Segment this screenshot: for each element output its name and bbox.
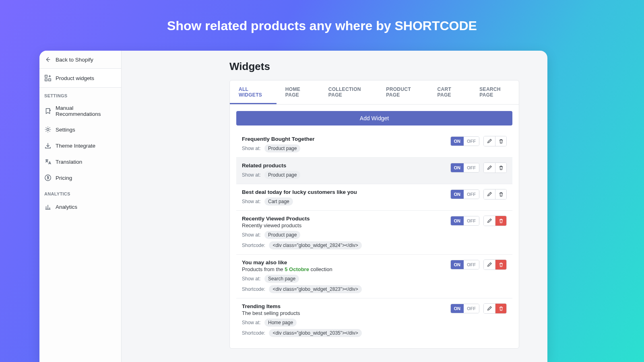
widget-shortcode: Shortcode: <div class="globo_widget_2823… <box>242 285 446 293</box>
back-label: Back to Shopify <box>56 57 93 63</box>
tabs: ALL WIDGETSHOME PAGECOLLECTION PAGEPRODU… <box>230 80 519 105</box>
on-off-toggle[interactable]: ONOFF <box>450 136 480 146</box>
edit-delete-group <box>483 136 507 146</box>
on-off-toggle[interactable]: ONOFF <box>450 189 480 199</box>
add-widget-button[interactable]: Add Widget <box>236 111 512 125</box>
edit-button[interactable] <box>484 189 495 199</box>
widget-controls: ONOFF <box>450 189 507 200</box>
sidebar-item-label: Pricing <box>56 175 72 181</box>
edit-delete-group <box>483 162 507 173</box>
sidebar-item-label: Product widgets <box>56 75 94 81</box>
sidebar-item-manual[interactable]: Manual Recommendations <box>39 101 121 121</box>
widget-controls: ONOFF <box>450 259 507 270</box>
on-off-toggle[interactable]: ONOFF <box>450 260 480 269</box>
sidebar-item-settings[interactable]: Settings <box>39 121 121 138</box>
widget-controls: ONOFF <box>450 216 507 226</box>
edit-button[interactable] <box>484 304 495 313</box>
svg-rect-0 <box>45 75 47 77</box>
widget-show-at: Show at: Cart page <box>242 197 446 206</box>
on-off-toggle[interactable]: ONOFF <box>450 216 480 226</box>
widget-show-at: Show at: Product page <box>242 144 446 152</box>
tab-home-page[interactable]: HOME PAGE <box>277 80 320 104</box>
delete-button[interactable] <box>495 216 506 226</box>
widget-controls: ONOFF <box>450 162 507 173</box>
promo-banner: Show related products any where by SHORT… <box>0 0 644 45</box>
sidebar-item-label: Theme Integrate <box>56 143 95 149</box>
delete-button[interactable] <box>495 304 506 313</box>
edit-button[interactable] <box>484 216 495 226</box>
widget-shortcode: Shortcode: <div class="globo_widget_2824… <box>242 241 446 249</box>
edit-delete-group <box>483 303 507 314</box>
sidebar-item-translation[interactable]: Translation <box>39 154 121 170</box>
widget-title: You may also like <box>242 259 446 265</box>
app-window: Back to Shopify Product widgets SETTINGS… <box>39 51 547 362</box>
tab-all-widgets[interactable]: ALL WIDGETS <box>230 80 277 104</box>
sidebar-item-label: Translation <box>56 159 82 165</box>
widget-show-at: Show at: Product page <box>242 231 446 239</box>
widget-title: Best deal today for lucky customers like… <box>242 189 446 195</box>
widget-show-at: Show at: Product page <box>242 171 446 179</box>
widget-controls: ONOFF <box>450 136 507 146</box>
edit-button[interactable] <box>484 260 495 269</box>
sidebar-item-label: Manual Recommendations <box>56 105 116 117</box>
widget-row[interactable]: Related productsShow at: Product pageONO… <box>236 158 512 184</box>
edit-button[interactable] <box>484 163 495 173</box>
sidebar-item-label: Analytics <box>56 204 77 210</box>
sidebar: Back to Shopify Product widgets SETTINGS… <box>39 51 122 362</box>
widget-row[interactable]: Best deal today for lucky customers like… <box>236 184 512 211</box>
edit-button[interactable] <box>484 136 495 146</box>
edit-delete-group <box>483 189 507 200</box>
widget-row[interactable]: Trending ItemsThe best selling productsS… <box>236 298 512 342</box>
bookmark-icon <box>44 107 52 115</box>
on-off-toggle[interactable]: ONOFF <box>450 304 480 313</box>
widget-row[interactable]: Frequently Bought TogetherShow at: Produ… <box>236 131 512 158</box>
widget-title: Recently Viewed Products <box>242 216 446 222</box>
edit-delete-group <box>483 259 507 270</box>
sidebar-section-analytics: ANALYTICS <box>39 186 121 199</box>
main-content: Widgets ALL WIDGETSHOME PAGECOLLECTION P… <box>122 51 547 362</box>
tab-search-page[interactable]: SEARCH PAGE <box>471 80 519 104</box>
widget-shortcode: Shortcode: <div class="globo_widget_2035… <box>242 329 446 337</box>
back-to-shopify[interactable]: Back to Shopify <box>39 51 121 69</box>
download-icon <box>44 142 52 149</box>
page-title: Widgets <box>229 60 547 73</box>
sidebar-section-settings: SETTINGS <box>39 88 121 101</box>
widget-title: Frequently Bought Together <box>242 136 446 142</box>
delete-button[interactable] <box>495 260 506 269</box>
widgets-card: ALL WIDGETSHOME PAGECOLLECTION PAGEPRODU… <box>229 80 519 349</box>
tab-product-page[interactable]: PRODUCT PAGE <box>377 80 428 104</box>
arrow-left-icon <box>44 56 52 63</box>
sidebar-item-analytics[interactable]: Analytics <box>39 199 121 215</box>
widget-controls: ONOFF <box>450 303 507 314</box>
svg-rect-2 <box>49 79 51 81</box>
widget-title: Trending Items <box>242 303 446 309</box>
tab-cart-page[interactable]: CART PAGE <box>429 80 471 104</box>
gear-icon <box>44 126 52 133</box>
svg-rect-1 <box>45 79 47 81</box>
sidebar-item-theme[interactable]: Theme Integrate <box>39 138 121 154</box>
widget-subtitle: The best selling products <box>242 310 446 316</box>
grid-plus-icon <box>44 74 52 82</box>
delete-button[interactable] <box>495 163 506 173</box>
sidebar-item-label: Settings <box>56 127 75 133</box>
widget-row[interactable]: You may also likeProducts from the 5 Oct… <box>236 255 512 298</box>
widget-title: Related products <box>242 162 446 169</box>
widget-row[interactable]: Recently Viewed ProductsRecently viewed … <box>236 211 512 255</box>
chart-icon <box>44 203 52 210</box>
delete-button[interactable] <box>495 189 506 199</box>
on-off-toggle[interactable]: ONOFF <box>450 163 480 173</box>
sidebar-item-pricing[interactable]: Pricing <box>39 170 121 186</box>
edit-delete-group <box>483 216 507 226</box>
svg-point-3 <box>47 128 49 130</box>
sidebar-item-product-widgets[interactable]: Product widgets <box>39 69 121 88</box>
widget-list: Frequently Bought TogetherShow at: Produ… <box>236 131 512 342</box>
tab-collection-page[interactable]: COLLECTION PAGE <box>320 80 378 104</box>
widget-subtitle: Products from the 5 Octobre collection <box>242 266 446 272</box>
widget-show-at: Show at: Search page <box>242 275 446 283</box>
dollar-icon <box>44 174 52 181</box>
translate-icon <box>44 158 52 165</box>
delete-button[interactable] <box>495 136 506 146</box>
widget-subtitle: Recently viewed products <box>242 222 446 228</box>
widget-show-at: Show at: Home page <box>242 319 446 327</box>
